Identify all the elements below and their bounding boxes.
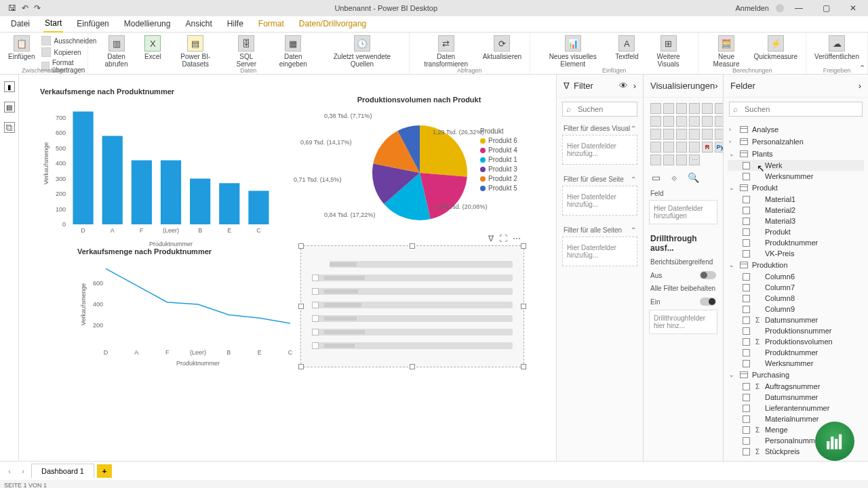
viz-type[interactable]: [676, 142, 687, 152]
field-item[interactable]: Produktnummer: [728, 237, 864, 248]
expand-icon[interactable]: ⌃: [631, 226, 636, 234]
publish-button[interactable]: ☁Veröffentlichen: [810, 34, 863, 62]
menu-insert[interactable]: Einfügen: [75, 17, 110, 32]
filter-eye-icon[interactable]: 👁: [619, 81, 628, 91]
filter-collapse-icon[interactable]: ›: [633, 81, 636, 91]
model-view-button[interactable]: ⿻: [4, 122, 15, 133]
filter-drop-all[interactable]: Hier Datenfelder hinzufüg...: [562, 237, 637, 266]
save-icon[interactable]: 🖫: [8, 3, 16, 13]
field-item[interactable]: Produkt: [728, 226, 864, 237]
viz-type[interactable]: [663, 103, 674, 114]
field-item[interactable]: Column9: [728, 304, 864, 314]
viz-type[interactable]: [702, 116, 713, 127]
excel-button[interactable]: XExcel: [140, 34, 165, 62]
viz-field-drop[interactable]: Hier Datenfelder hinzufügen: [649, 200, 717, 224]
pbi-datasets-button[interactable]: ▤Power BI-Datasets: [165, 34, 226, 69]
menu-home[interactable]: Start: [43, 16, 63, 33]
fields-tab-icon[interactable]: ▭: [652, 172, 660, 183]
avatar-icon[interactable]: [776, 4, 784, 12]
new-visual-button[interactable]: 📊Neues visuelles Element: [534, 34, 611, 69]
tab-next-button[interactable]: ›: [18, 467, 28, 475]
field-item[interactable]: Werksnummer: [728, 171, 864, 182]
visual-placeholder-selected[interactable]: ∇ ⛶ ⋯: [300, 245, 524, 367]
field-table[interactable]: ⌄Produktion: [728, 259, 864, 271]
filter-drop-page[interactable]: Hier Datenfelder hinzufüg...: [562, 186, 637, 216]
viz-type[interactable]: [663, 155, 674, 165]
viz-type[interactable]: [689, 116, 700, 127]
more-visuals-button[interactable]: ⊞Weitere Visuals: [643, 34, 694, 69]
drillthrough-drop[interactable]: Drillthroughfelder hier hinz...: [649, 310, 717, 334]
page-tab[interactable]: Dashboard 1: [31, 464, 94, 478]
viz-type[interactable]: [702, 103, 713, 114]
field-item[interactable]: Material2: [728, 205, 864, 216]
viz-collapse-icon[interactable]: ›: [715, 81, 717, 91]
viz-type[interactable]: [663, 142, 674, 152]
expand-icon[interactable]: ⌃: [631, 125, 636, 132]
enter-data-button[interactable]: ▦Daten eingeben: [267, 34, 319, 69]
new-measure-button[interactable]: 🧮Neue Measure: [703, 34, 749, 69]
viz-type[interactable]: [676, 116, 687, 127]
data-view-button[interactable]: ▤: [4, 102, 15, 113]
menu-file[interactable]: Datei: [9, 17, 31, 32]
viz-type[interactable]: [689, 129, 700, 140]
viz-type-r[interactable]: R: [702, 142, 713, 152]
recent-sources-button[interactable]: 🕓Zuletzt verwendete Quellen: [319, 34, 404, 69]
cross-report-toggle[interactable]: [700, 271, 716, 279]
signin-button[interactable]: Anmelden: [731, 4, 773, 12]
field-item[interactable]: Column7: [728, 282, 864, 293]
add-page-button[interactable]: +: [97, 464, 112, 478]
menu-modeling[interactable]: Modellierung: [123, 17, 172, 32]
field-item[interactable]: Datumsnummer: [728, 392, 864, 403]
menu-format[interactable]: Format: [257, 17, 285, 32]
viz-type[interactable]: [650, 155, 661, 165]
expand-icon[interactable]: ⌃: [631, 176, 636, 183]
field-item[interactable]: ΣProduktionsvolumen: [728, 336, 864, 347]
maximize-button[interactable]: ▢: [814, 0, 838, 16]
get-data-button[interactable]: ▥Daten abrufen: [92, 34, 140, 69]
viz-type[interactable]: [689, 142, 700, 152]
collapse-ribbon-button[interactable]: ⌃: [859, 64, 865, 73]
field-item[interactable]: Material3: [728, 216, 864, 226]
textbox-button[interactable]: ATextfeld: [611, 34, 642, 62]
menu-datadrill[interactable]: Daten/Drillvorgang: [298, 17, 368, 32]
paste-button[interactable]: 📋Einfügen: [4, 34, 39, 62]
viz-type-more[interactable]: ⋯: [689, 155, 700, 165]
field-table[interactable]: ⌄Produkt: [728, 182, 864, 194]
viz-type[interactable]: [689, 103, 700, 114]
viz-type[interactable]: [676, 103, 687, 114]
field-item[interactable]: ΣAuftragsnummer: [728, 381, 864, 392]
visual-line-chart[interactable]: Verkaufsmenge nach Produktnummer 2004006…: [77, 247, 294, 369]
viz-type[interactable]: [663, 129, 674, 140]
field-item[interactable]: Werksnummer: [728, 358, 864, 369]
sql-button[interactable]: 🗄SQL Server: [226, 34, 267, 69]
report-canvas[interactable]: Verkaufsmenge nach Produktnummer 0100200…: [19, 75, 556, 461]
visual-focus-icon[interactable]: ⛶: [499, 234, 507, 243]
redo-icon[interactable]: ↷: [34, 3, 41, 13]
field-table[interactable]: ⌄Plants: [728, 148, 864, 160]
field-item[interactable]: Lieferantennummer: [728, 403, 864, 413]
analytics-tab-icon[interactable]: 🔍: [688, 172, 699, 183]
field-table[interactable]: ›Personalzahlen: [728, 136, 864, 148]
minimize-button[interactable]: —: [787, 0, 811, 16]
quick-measure-button[interactable]: ⚡Quickmeasure: [750, 34, 802, 62]
refresh-button[interactable]: ⟳Aktualisieren: [479, 34, 526, 62]
filter-search[interactable]: [562, 102, 637, 117]
field-item[interactable]: Werk: [728, 160, 864, 171]
field-item[interactable]: Produktnummer: [728, 347, 864, 358]
fields-collapse-icon[interactable]: ›: [859, 81, 861, 91]
field-item[interactable]: Column6: [728, 271, 864, 282]
visual-filter-icon[interactable]: ∇: [488, 234, 494, 243]
visual-bar-chart[interactable]: Verkaufsmenge nach Produktnummer 0100200…: [39, 87, 283, 249]
field-item[interactable]: Column8: [728, 293, 864, 304]
viz-type[interactable]: [676, 129, 687, 140]
menu-view[interactable]: Ansicht: [184, 17, 213, 32]
viz-type[interactable]: [676, 155, 687, 165]
viz-type[interactable]: [702, 129, 713, 140]
format-tab-icon[interactable]: ⟐: [671, 172, 677, 183]
field-item[interactable]: VK-Preis: [728, 248, 864, 259]
filter-drop-visual[interactable]: Hier Datenfelder hinzufüg...: [562, 135, 637, 165]
visual-more-icon[interactable]: ⋯: [513, 234, 521, 243]
close-button[interactable]: ✕: [841, 0, 865, 16]
viz-type[interactable]: [663, 116, 674, 127]
viz-type[interactable]: [650, 103, 661, 114]
